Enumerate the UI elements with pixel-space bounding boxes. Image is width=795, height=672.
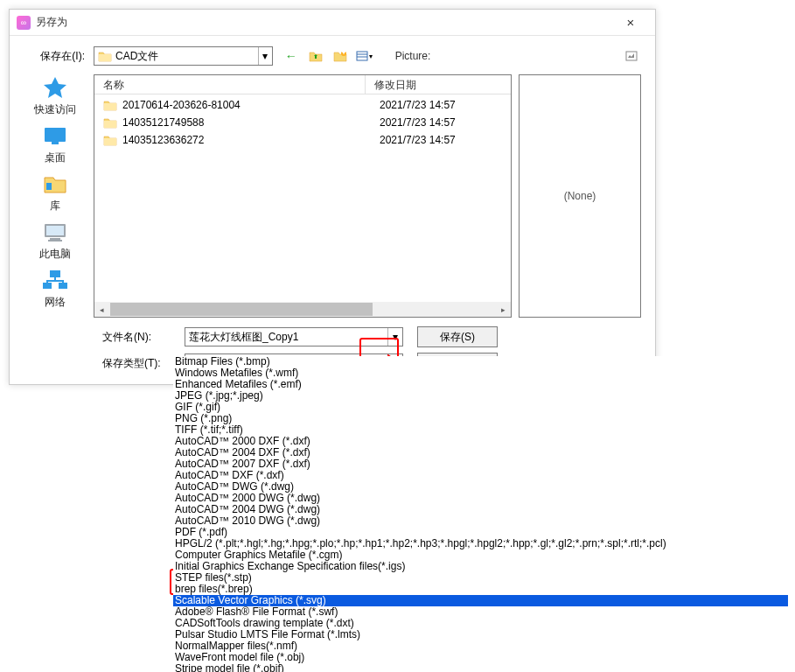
titlebar[interactable]: ∞ 另存为 × — [10, 10, 655, 36]
place-label: 桌面 — [45, 150, 66, 165]
item-date: 2021/7/23 14:57 — [371, 99, 456, 111]
svg-rect-15 — [59, 283, 67, 289]
horizontal-scrollbar[interactable]: ◂ ▸ — [94, 302, 511, 317]
desktop-icon — [39, 122, 71, 149]
window-title: 另存为 — [36, 15, 613, 30]
place-label: 快速访问 — [34, 102, 76, 117]
filetype-option[interactable]: Initial Graphics Exchange Specification … — [173, 561, 788, 572]
save-in-label: 保存在(I): — [24, 49, 85, 64]
preview-none-text: (None) — [564, 190, 596, 202]
svg-rect-2 — [357, 52, 367, 60]
close-button[interactable]: × — [613, 10, 648, 35]
preview-label: Picture: — [395, 50, 431, 62]
svg-rect-10 — [46, 226, 64, 235]
file-list-header[interactable]: 名称 修改日期 — [94, 75, 511, 94]
filetype-dropdown-list[interactable]: Bitmap Files (*.bmp)Windows Metafiles (*… — [173, 356, 788, 672]
file-rows[interactable]: 20170614-203626-810042021/7/23 14:571403… — [94, 94, 511, 302]
svg-rect-8 — [46, 183, 52, 190]
filetype-option[interactable]: STEP files(*.stp) — [173, 572, 788, 584]
preview-toggle-button[interactable] — [622, 47, 641, 65]
svg-rect-13 — [50, 270, 60, 277]
midarea: 快速访问 桌面 库 此 — [24, 74, 641, 318]
libraries-icon — [39, 171, 71, 197]
toolbar-icons: ← ✦ ▾ — [282, 47, 374, 65]
folder-icon — [103, 134, 117, 146]
svg-rect-12 — [48, 240, 62, 242]
folder-icon — [103, 116, 117, 129]
view-menu-button[interactable]: ▾ — [355, 47, 374, 65]
list-item[interactable]: 140351236362722021/7/23 14:57 — [94, 131, 511, 149]
list-item[interactable]: 20170614-203626-810042021/7/23 14:57 — [94, 96, 511, 114]
save-button[interactable]: 保存(S) — [417, 326, 498, 347]
item-date: 2021/7/23 14:57 — [371, 116, 456, 129]
filetype-option[interactable]: AutoCAD™ 2010 DWG (*.dwg) — [173, 515, 788, 527]
filename-label: 文件名(N): — [24, 330, 179, 345]
place-network[interactable]: 网络 — [29, 267, 81, 310]
svg-rect-11 — [50, 238, 60, 240]
item-name: 20170614-203626-81004 — [122, 99, 371, 111]
column-name[interactable]: 名称 — [94, 75, 366, 94]
filetype-option[interactable]: JPEG (*.jpg;*.jpeg) — [173, 390, 788, 402]
list-item[interactable]: 140351217495882021/7/23 14:57 — [94, 114, 511, 131]
filetype-label: 保存类型(T): — [24, 356, 179, 371]
topbar: 保存在(I): CAD文件 ▾ ← ✦ ▾ Picture: — [24, 46, 641, 66]
filetype-option[interactable]: PNG (*.png) — [173, 413, 788, 424]
back-button[interactable]: ← — [282, 47, 301, 65]
svg-text:✦: ✦ — [339, 50, 347, 58]
location-text: CAD文件 — [115, 49, 258, 64]
filename-combo[interactable]: 莲花大灯线框图_Copy1 ▾ — [185, 327, 403, 346]
location-combo[interactable]: CAD文件 ▾ — [94, 46, 273, 66]
dialog-body: 保存在(I): CAD文件 ▾ ← ✦ ▾ Picture: — [10, 36, 655, 384]
up-folder-button[interactable] — [306, 47, 325, 65]
filetype-option[interactable]: GIF (*.gif) — [173, 402, 788, 413]
save-as-dialog: ∞ 另存为 × 保存在(I): CAD文件 ▾ ← ✦ ▾ — [9, 9, 656, 385]
filetype-option[interactable]: Stripe model file (*.objf) — [173, 663, 788, 672]
quick-access-icon — [39, 74, 71, 101]
place-quick-access[interactable]: 快速访问 — [29, 74, 81, 117]
filetype-option[interactable]: Enhanced Metafiles (*.emf) — [173, 379, 788, 390]
new-folder-button[interactable]: ✦ — [331, 47, 350, 65]
scroll-right-arrow[interactable]: ▸ — [496, 302, 511, 317]
item-name: 14035121749588 — [122, 116, 371, 129]
preview-pane: (None) — [519, 74, 641, 318]
places-bar: 快速访问 桌面 库 此 — [24, 74, 87, 318]
scroll-thumb[interactable] — [110, 303, 373, 316]
place-this-pc[interactable]: 此电脑 — [29, 219, 81, 262]
svg-rect-14 — [43, 283, 52, 289]
place-label: 网络 — [45, 295, 66, 310]
scroll-left-arrow[interactable]: ◂ — [94, 302, 109, 317]
svg-rect-6 — [45, 128, 66, 142]
place-label: 此电脑 — [39, 247, 71, 262]
network-icon — [39, 267, 71, 293]
app-icon: ∞ — [17, 16, 31, 30]
filename-row: 文件名(N): 莲花大灯线框图_Copy1 ▾ 保存(S) — [24, 326, 641, 347]
item-name: 14035123636272 — [122, 134, 371, 146]
folder-icon — [103, 99, 117, 111]
place-desktop[interactable]: 桌面 — [29, 122, 81, 165]
svg-rect-5 — [626, 52, 637, 60]
place-label: 库 — [50, 199, 60, 214]
item-date: 2021/7/23 14:57 — [371, 134, 456, 146]
filename-value[interactable]: 莲花大灯线框图_Copy1 — [189, 330, 387, 345]
place-libraries[interactable]: 库 — [29, 171, 81, 214]
file-list[interactable]: 名称 修改日期 20170614-203626-810042021/7/23 1… — [94, 74, 512, 318]
folder-icon — [98, 50, 112, 62]
this-pc-icon — [39, 219, 71, 245]
filename-dropdown-arrow[interactable]: ▾ — [387, 328, 402, 346]
location-dropdown-arrow[interactable]: ▾ — [258, 47, 272, 65]
column-date[interactable]: 修改日期 — [366, 75, 511, 94]
svg-rect-7 — [52, 142, 59, 144]
